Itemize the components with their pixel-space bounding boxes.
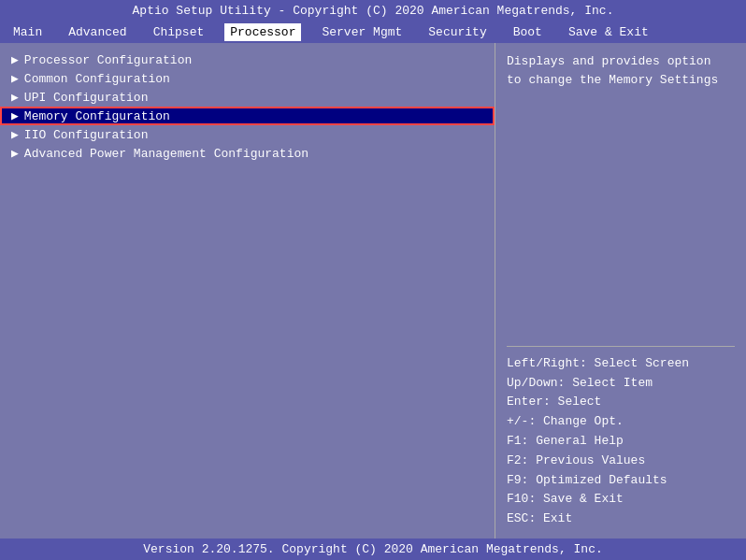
key-help-line: F9: Optimized Defaults	[507, 471, 735, 491]
arrow-icon: ▶	[11, 52, 19, 67]
left-panel-item-label: UPI Configuration	[24, 91, 149, 105]
divider	[507, 346, 735, 347]
title-text: Aptio Setup Utility - Copyright (C) 2020…	[133, 4, 614, 18]
main-content: ▶Processor Configuration▶Common Configur…	[0, 43, 746, 538]
arrow-icon: ▶	[11, 146, 19, 161]
menu-item-boot[interactable]: Boot	[508, 23, 548, 41]
key-help-line: +/-: Change Opt.	[507, 412, 735, 432]
arrow-icon: ▶	[11, 71, 19, 86]
key-help-line: F10: Save & Exit	[507, 490, 735, 510]
menu-bar: MainAdvancedChipsetProcessorServer MgmtS…	[0, 22, 746, 43]
menu-item-server-mgmt[interactable]: Server Mgmt	[316, 23, 408, 41]
left-panel-item-label: Memory Configuration	[24, 109, 170, 123]
left-panel-item-iio-configuration[interactable]: ▶IIO Configuration	[0, 125, 495, 144]
left-panel-item-label: Processor Configuration	[24, 53, 192, 67]
left-panel-item-common-configuration[interactable]: ▶Common Configuration	[0, 69, 495, 88]
menu-item-processor[interactable]: Processor	[224, 23, 301, 41]
left-panel: ▶Processor Configuration▶Common Configur…	[0, 43, 495, 538]
left-panel-item-processor-configuration[interactable]: ▶Processor Configuration	[0, 50, 495, 69]
left-panel-item-label: Common Configuration	[24, 72, 170, 86]
key-help-line: F2: Previous Values	[507, 452, 735, 471]
left-panel-item-memory-configuration[interactable]: ▶Memory Configuration	[0, 107, 495, 125]
menu-item-main[interactable]: Main	[7, 23, 48, 41]
left-panel-item-label: IIO Configuration	[24, 128, 149, 142]
arrow-icon: ▶	[11, 90, 19, 105]
help-text-line: to change the Memory Settings	[507, 71, 735, 90]
arrow-icon: ▶	[11, 127, 19, 142]
footer-text: Version 2.20.1275. Copyright (C) 2020 Am…	[143, 542, 602, 556]
menu-item-chipset[interactable]: Chipset	[148, 23, 210, 41]
title-bar: Aptio Setup Utility - Copyright (C) 2020…	[0, 0, 746, 22]
help-text-line: Displays and provides option	[507, 52, 735, 71]
menu-item-save-and-exit[interactable]: Save & Exit	[563, 23, 654, 41]
help-text: Displays and provides optionto change th…	[507, 52, 735, 338]
right-panel: Displays and provides optionto change th…	[495, 43, 746, 538]
left-panel-item-advanced-power-management-configuration[interactable]: ▶Advanced Power Management Configuration	[0, 144, 495, 163]
key-help-line: Up/Down: Select Item	[507, 374, 735, 394]
key-help-line: ESC: Exit	[507, 510, 735, 529]
menu-item-advanced[interactable]: Advanced	[63, 23, 132, 41]
left-panel-item-label: Advanced Power Management Configuration	[24, 147, 308, 161]
footer: Version 2.20.1275. Copyright (C) 2020 Am…	[0, 538, 746, 560]
key-help: Left/Right: Select ScreenUp/Down: Select…	[507, 354, 735, 529]
left-panel-item-upi-configuration[interactable]: ▶UPI Configuration	[0, 88, 495, 107]
key-help-line: Left/Right: Select Screen	[507, 354, 735, 374]
key-help-line: F1: General Help	[507, 432, 735, 452]
menu-item-security[interactable]: Security	[423, 23, 492, 41]
key-help-line: Enter: Select	[507, 393, 735, 412]
arrow-icon: ▶	[11, 108, 19, 123]
